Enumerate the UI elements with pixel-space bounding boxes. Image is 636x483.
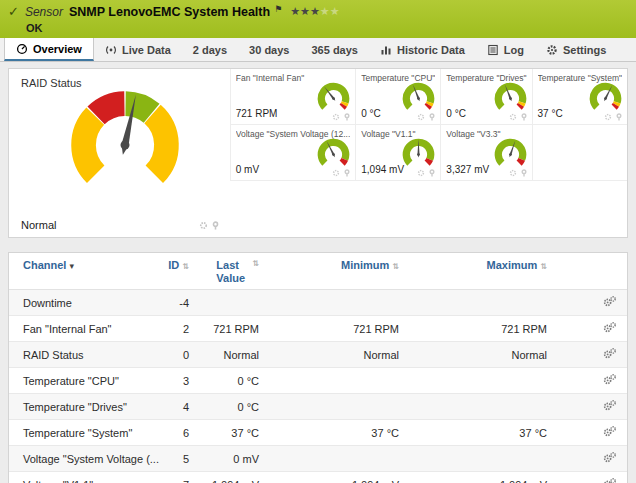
gauge-tile-temp-cpu: Temperature "CPU" 0 °C [355, 69, 440, 125]
gauge-tile-voltage-v33: Voltage "V3.3" 3,327 mV [440, 125, 531, 181]
gauge-tile-temp-drives: Temperature "Drives" 0 °C [440, 69, 531, 125]
channel-maximum [415, 368, 563, 394]
stars-filled[interactable]: ★★★ [290, 5, 320, 17]
channel-settings-icon[interactable] [417, 169, 425, 177]
pin-icon[interactable] [520, 169, 528, 177]
channel-last-value: 0 °C [205, 368, 275, 394]
channel-settings-icon[interactable] [602, 425, 617, 438]
pin-icon[interactable] [428, 169, 436, 177]
channel-settings-icon[interactable] [602, 295, 617, 308]
column-header-last-value[interactable]: Last Value⇅ [205, 253, 275, 290]
gauge-value: 0 °C [446, 108, 466, 119]
pin-icon[interactable] [428, 113, 436, 121]
pin-icon[interactable] [343, 113, 351, 121]
raid-status-gauge [69, 89, 181, 201]
primary-channel-gauge: RAID Status Normal [9, 69, 230, 237]
table-row: Downtime -4 [9, 290, 627, 316]
column-header-maximum[interactable]: Maximum⇅ [415, 253, 563, 290]
gauge-value: 37 °C [538, 108, 563, 119]
channel-name: Temperature "Drives" [9, 394, 159, 420]
channel-name: Fan "Internal Fan" [9, 316, 159, 342]
channel-settings-icon[interactable] [509, 169, 517, 177]
tab-label: 2 days [193, 44, 227, 56]
table-row: Temperature "CPU" 3 0 °C [9, 368, 627, 394]
gauge-tile-temp-system: Temperature "System" 37 °C [532, 69, 627, 125]
channel-last-value: 0 mV [205, 446, 275, 472]
channel-maximum [415, 446, 563, 472]
tab-log[interactable]: Log [476, 38, 535, 61]
gear-icon [546, 44, 558, 56]
gauge-value: 0 mV [236, 164, 259, 175]
channel-name: Voltage "V1.1" [9, 472, 159, 483]
pin-icon[interactable] [343, 169, 351, 177]
gauge-tile-fan: Fan "Internal Fan" 721 RPM [230, 69, 356, 125]
pin-icon[interactable] [615, 113, 623, 121]
channel-last-value: Normal [205, 342, 275, 368]
sort-icon: ⇅ [540, 262, 547, 271]
table-row: Voltage "V1.1" 7 1,094 mV 1,094 mV 1,094… [9, 472, 627, 483]
channel-settings-icon[interactable] [332, 169, 340, 177]
column-header-settings [563, 253, 627, 290]
voltage-v33-gauge [494, 138, 527, 171]
channel-settings-icon[interactable] [602, 347, 617, 360]
sort-desc-icon: ▾ [69, 261, 74, 271]
channel-id: 0 [159, 342, 205, 368]
tab-30-days[interactable]: 30 days [238, 38, 300, 61]
channel-minimum [275, 394, 415, 420]
channel-settings-icon[interactable] [602, 373, 617, 386]
priority-stars[interactable]: ★★★★★ [290, 5, 339, 18]
fan-gauge [317, 82, 350, 115]
tab-overview[interactable]: Overview [4, 38, 94, 61]
tab-label: Settings [563, 44, 606, 56]
pin-icon[interactable] [211, 221, 220, 230]
sensor-title: SNMP LenovoEMC System Health [69, 5, 270, 19]
channel-settings-icon[interactable] [332, 113, 340, 121]
channel-last-value: 721 RPM [205, 316, 275, 342]
raid-status-value: Normal [21, 219, 56, 231]
column-header-id[interactable]: ID⇅ [159, 253, 205, 290]
gauge-value: 1,094 mV [361, 164, 404, 175]
gauge-tile-empty [532, 125, 627, 181]
gauge-value: 0 °C [361, 108, 381, 119]
channel-last-value: 1,094 mV [205, 472, 275, 483]
primary-channel-label: RAID Status [21, 77, 230, 89]
channel-table: Channel▾ ID⇅ Last Value⇅ Minimum⇅ Maximu… [9, 253, 627, 483]
tab-historic-data[interactable]: Historic Data [369, 38, 476, 61]
stars-empty[interactable]: ★★ [320, 5, 340, 17]
channel-settings-icon[interactable] [602, 477, 617, 483]
channel-settings-icon[interactable] [602, 321, 617, 334]
channel-name: Temperature "CPU" [9, 368, 159, 394]
sensor-header: ✓ Sensor SNMP LenovoEMC System Health ⚑ … [0, 0, 636, 38]
pin-icon[interactable] [520, 113, 528, 121]
gauge-grid: Fan "Internal Fan" 721 RPM Temperature "… [230, 69, 627, 237]
channel-settings-icon[interactable] [417, 113, 425, 121]
channel-settings-icon[interactable] [199, 221, 208, 230]
channel-maximum [415, 290, 563, 316]
channel-minimum [275, 290, 415, 316]
tab-2-days[interactable]: 2 days [182, 38, 238, 61]
tab-live-data[interactable]: Live Data [94, 38, 182, 61]
channel-maximum [415, 394, 563, 420]
column-header-channel[interactable]: Channel▾ [9, 253, 159, 290]
gauge-value: 721 RPM [236, 108, 278, 119]
channel-settings-icon[interactable] [509, 113, 517, 121]
channel-name: Voltage "System Voltage (... [9, 446, 159, 472]
temperature-system-gauge [589, 82, 622, 115]
gauge-tile-voltage-v11: Voltage "V1.1" 1,094 mV [355, 125, 440, 181]
channel-id: 4 [159, 394, 205, 420]
tab-label: Log [504, 44, 524, 56]
voltage-v11-gauge [402, 138, 435, 171]
channel-settings-icon[interactable] [602, 451, 617, 464]
tab-label: 365 days [311, 44, 357, 56]
column-header-minimum[interactable]: Minimum⇅ [275, 253, 415, 290]
channel-maximum: 37 °C [415, 420, 563, 446]
channel-settings-icon[interactable] [602, 399, 617, 412]
channel-settings-icon[interactable] [604, 113, 612, 121]
temperature-drives-gauge [494, 82, 527, 115]
voltage-system-gauge [317, 138, 350, 171]
channel-maximum: Normal [415, 342, 563, 368]
channel-maximum: 721 RPM [415, 316, 563, 342]
tab-settings[interactable]: Settings [535, 38, 617, 61]
table-row: Temperature "System" 6 37 °C 37 °C 37 °C [9, 420, 627, 446]
tab-365-days[interactable]: 365 days [300, 38, 368, 61]
